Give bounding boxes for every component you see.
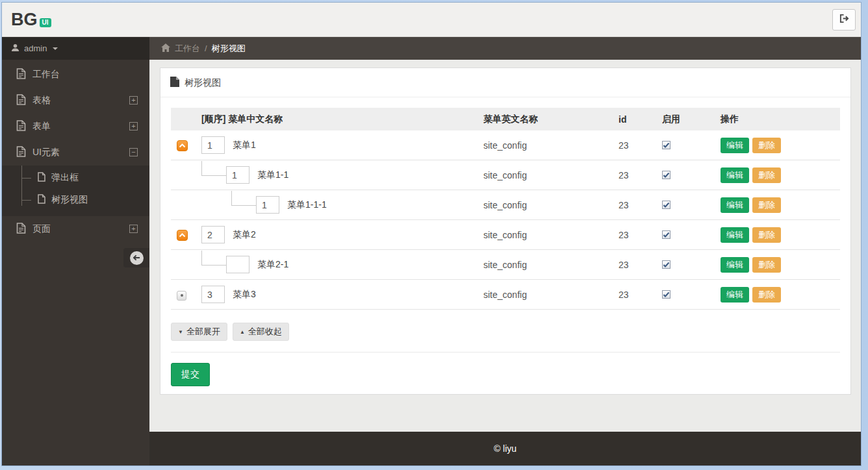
enabled-checkbox[interactable]	[662, 290, 670, 299]
menu-name-label: 菜单2	[233, 229, 256, 241]
tree-view-panel: 树形视图 [顺序] 菜单中文名称 菜单英文名称 id	[160, 68, 851, 395]
file-text-icon	[16, 68, 26, 81]
minus-square-icon[interactable]: −	[129, 148, 138, 156]
en-name-cell: site_config	[483, 250, 619, 280]
home-icon	[161, 43, 170, 54]
sidebar-subitem-label: 树形视图	[51, 194, 88, 206]
enabled-cell	[662, 280, 721, 310]
edit-button[interactable]: 编辑	[721, 138, 749, 153]
edit-button[interactable]: 编辑	[721, 257, 749, 273]
enabled-checkbox[interactable]	[662, 201, 670, 209]
leaf-node-icon[interactable]	[177, 291, 186, 301]
order-input[interactable]	[226, 256, 249, 273]
collapse-node-icon[interactable]	[177, 230, 188, 241]
user-name: admin	[24, 43, 47, 53]
page-body: 树形视图 [顺序] 菜单中文名称 菜单英文名称 id	[149, 60, 861, 432]
plus-square-icon[interactable]: +	[129, 96, 138, 105]
tree-row-2: 菜单1-1-1site_config23编辑删除	[171, 190, 840, 220]
file-text-icon	[16, 146, 26, 159]
enabled-checkbox[interactable]	[662, 230, 670, 239]
enabled-cell	[662, 130, 721, 160]
enabled-cell	[662, 160, 721, 190]
sidebar-item-3[interactable]: UI元素−	[2, 140, 149, 166]
delete-button[interactable]: 删除	[752, 257, 781, 273]
sidebar-item-1[interactable]: 表格+	[2, 88, 149, 114]
expand-all-button[interactable]: ▼ 全部展开	[171, 323, 227, 341]
sidebar-item-2[interactable]: 表单+	[2, 114, 149, 140]
toggle-cell	[171, 130, 201, 160]
delete-button[interactable]: 删除	[752, 138, 781, 153]
file-solid-icon	[170, 77, 179, 89]
header-toggle-spacer	[171, 108, 201, 130]
order-input[interactable]	[201, 286, 225, 303]
logout-button[interactable]	[832, 9, 856, 31]
en-name-cell: site_config	[483, 280, 619, 310]
collapse-all-button[interactable]: ▲ 全部收起	[233, 323, 289, 341]
sidebar-item-label: 表格	[32, 95, 51, 106]
breadcrumb-separator: /	[205, 43, 207, 53]
name-cell: 菜单1-1-1	[201, 190, 483, 220]
enabled-cell	[662, 190, 721, 220]
footer: © liyu	[149, 432, 861, 465]
sidebar-collapse-button[interactable]	[123, 248, 149, 267]
brand-logo[interactable]: BG UI	[11, 11, 51, 29]
tree-row-1: 菜单1-1site_config23编辑删除	[171, 160, 840, 190]
name-cell: 菜单2	[201, 220, 483, 250]
panel-body: [顺序] 菜单中文名称 菜单英文名称 id 启用 操作 菜单1site_conf…	[160, 97, 850, 386]
tree-actions: ▼ 全部展开 ▲ 全部收起	[171, 323, 840, 341]
id-cell: 23	[619, 250, 662, 280]
name-cell: 菜单1-1	[201, 160, 483, 190]
breadcrumb: 工作台 / 树形视图	[149, 37, 861, 60]
tree-table: [顺序] 菜单中文名称 菜单英文名称 id 启用 操作 菜单1site_conf…	[171, 108, 840, 310]
sidebar-item-label: 表单	[32, 121, 51, 132]
sidebar-subitem-3-1[interactable]: 树形视图	[2, 189, 149, 211]
collapse-node-icon[interactable]	[177, 140, 188, 151]
sidebar-menu: 工作台表格+表单+UI元素−弹出框树形视图页面+	[2, 60, 149, 242]
sidebar-item-label: UI元素	[32, 147, 60, 158]
toggle-cell	[171, 190, 201, 220]
delete-button[interactable]: 删除	[752, 287, 781, 303]
sidebar-subitem-3-0[interactable]: 弹出框	[2, 167, 149, 189]
enabled-cell	[662, 220, 721, 250]
enabled-checkbox[interactable]	[662, 141, 670, 149]
user-menu[interactable]: admin	[2, 37, 149, 60]
breadcrumb-current: 树形视图	[212, 43, 246, 55]
ops-cell: 编辑删除	[721, 190, 840, 220]
tree-connector-line	[201, 161, 226, 176]
ops-cell: 编辑删除	[721, 160, 840, 190]
header-name: [顺序] 菜单中文名称	[201, 108, 483, 130]
order-input[interactable]	[201, 226, 225, 243]
browser-window: BG UI admin 工作台表格+表单+UI元素−弹出框树形视图页面+	[2, 3, 861, 465]
order-input[interactable]	[226, 166, 249, 184]
plus-square-icon[interactable]: +	[129, 122, 138, 130]
order-input[interactable]	[201, 136, 225, 154]
breadcrumb-home[interactable]: 工作台	[175, 43, 200, 55]
enabled-checkbox[interactable]	[662, 171, 670, 179]
enabled-cell	[662, 250, 721, 280]
edit-button[interactable]: 编辑	[721, 167, 749, 183]
menu-name-label: 菜单1-1	[257, 169, 288, 181]
brand-name: BG	[11, 11, 38, 29]
name-cell: 菜单3	[201, 280, 483, 310]
en-name-cell: site_config	[483, 160, 619, 190]
order-input[interactable]	[256, 196, 279, 214]
submit-button[interactable]: 提交	[171, 363, 210, 386]
tree-row-4: 菜单2-1site_config23编辑删除	[171, 250, 840, 280]
plus-square-icon[interactable]: +	[129, 225, 138, 233]
toggle-cell	[171, 160, 201, 190]
delete-button[interactable]: 删除	[752, 197, 781, 213]
sidebar-item-0[interactable]: 工作台	[2, 62, 149, 88]
caret-down-icon: ▼	[178, 329, 183, 335]
menu-name-label: 菜单2-1	[257, 259, 288, 271]
sign-out-icon	[839, 14, 850, 26]
edit-button[interactable]: 编辑	[721, 287, 749, 303]
enabled-checkbox[interactable]	[662, 260, 670, 269]
delete-button[interactable]: 删除	[752, 227, 781, 243]
edit-button[interactable]: 编辑	[721, 227, 749, 243]
caret-up-icon: ▲	[240, 329, 245, 335]
delete-button[interactable]: 删除	[752, 167, 781, 183]
edit-button[interactable]: 编辑	[721, 197, 749, 213]
panel-heading: 树形视图	[160, 68, 850, 97]
sidebar-item-4[interactable]: 页面+	[2, 216, 149, 242]
tree-row-0: 菜单1site_config23编辑删除	[171, 130, 840, 160]
